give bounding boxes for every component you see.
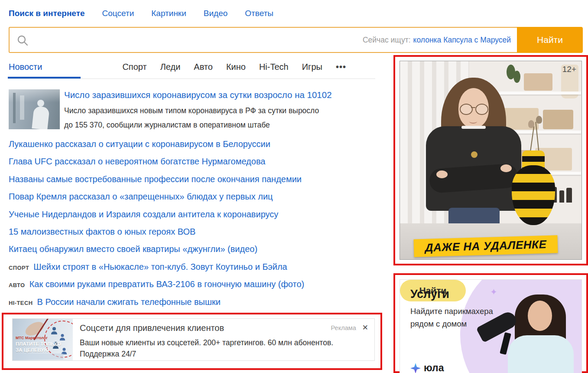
lead-news-thumbnail[interactable] [9,89,60,129]
inline-ad-title[interactable]: Соцсети для привлечения клиентов [80,323,367,333]
medic-figure-shape [37,100,44,107]
search-bar: Сейчас ищут: колонка Капсула с Марусей Н… [9,27,583,53]
news-link-text: Ученые Нидерландов и Израиля создали ант… [9,209,278,219]
news-link[interactable]: hi-techВ России начали сжигать телефонны… [9,293,375,311]
dried-flower-shape [536,116,542,124]
news-tab[interactable]: Hi-Tech [259,62,289,72]
portal-page: { "nav": { "items": [ {"label": "Поиск в… [0,0,588,373]
news-link-text: Названы самые востребованные профессии п… [9,174,302,184]
top-nav: Поиск в интернетеСоцсетиКартинкиВидеоОтв… [9,9,273,18]
top-nav-link[interactable]: Картинки [151,9,186,18]
hospital-equipment-shape [13,93,16,123]
dried-flower-shape [528,120,534,128]
close-icon[interactable]: ✕ [362,323,368,332]
news-link[interactable]: Ученые Нидерландов и Израиля создали ант… [9,206,375,223]
yula-star-icon [410,363,421,373]
news-tab[interactable]: Леди [160,62,181,72]
search-suggestion: Сейчас ищут: колонка Капсула с Марусей [363,28,511,52]
news-link-text: Шейхи строят в «Ньюкасле» топ-клуб. Зову… [33,262,287,272]
yula-brand-text: юла [424,362,444,373]
basket-shape [543,110,573,129]
search-input[interactable]: Сейчас ищут: колонка Капсула с Марусей [9,27,517,53]
news-link-text: 15 малоизвестных фактов о юных героях ВО… [9,227,195,236]
ad-thumb-slogan-line2: ЗА ЦЕЛЕВУЮ [16,347,49,353]
top-nav-link[interactable]: Видео [204,9,228,18]
news-link[interactable]: 15 малоизвестных фактов о юных героях ВО… [9,223,375,240]
services-ad[interactable]: ✦ Услуги Найдите парикмахера рядом с дом… [400,279,582,373]
hospital-equipment-shape [20,95,24,120]
cut-text-decoration [16,353,63,360]
news-link[interactable]: Названы самые востребованные профессии п… [9,170,375,188]
collar-shape [461,126,486,129]
woman-face-shape [528,301,552,331]
glasses-shape [460,104,473,115]
person-icon [51,327,58,334]
news-link-text: Повар Кремля рассказал о «запрещенных» б… [9,192,273,201]
thumbnail-light [9,89,60,102]
news-tab[interactable]: Спорт [122,62,146,72]
news-tab[interactable]: Авто [194,62,213,72]
search-icon [16,34,29,46]
news-link-text: Лукашенко рассказал о ситуации с коронав… [9,139,270,149]
news-tabs: НовостиСпортЛедиАвтоКиноHi-TechИгры••• [9,62,360,72]
services-title: Услуги [410,288,449,301]
news-link[interactable]: спортШейхи строят в «Ньюкасле» топ-клуб.… [9,258,375,275]
glasses-shape [471,107,475,108]
top-nav-link[interactable]: Соцсети [102,9,134,18]
ad-thumb-brand: МТС Маркетолог [16,336,48,340]
person-icon [59,334,65,340]
news-link[interactable]: Повар Кремля рассказал о «запрещенных» б… [9,188,375,205]
medic-figure-shape [32,106,49,129]
lead-news-summary: Число заразившихся новым типом коронавир… [64,104,329,132]
shelf-shape [499,92,581,95]
news-link-text: Китаец обнаружил вместо своей квартиры «… [9,244,257,254]
age-rating-badge: 12+ [562,65,576,74]
top-nav-link[interactable]: Поиск в интернете [9,9,85,18]
news-tab[interactable]: Игры [302,62,322,72]
glasses-shape [475,104,488,115]
sparkle-icon: ✦ [490,287,497,297]
hand-shape [436,170,448,178]
news-link-text: Глава UFC рассказал о невероятном богатс… [9,157,265,166]
services-subtitle-line1: Найдите парикмахера [410,307,493,316]
basket-shape [524,73,552,91]
ad-thumbnail[interactable]: МТС Маркетолог ПЛАТИТЕ ТОЛЬКО ЗА ЦЕЛЕВУЮ [13,319,73,360]
lead-news-title[interactable]: Число заразившихся коронавирусом за сутк… [64,90,367,100]
inline-ad-text: Ваши новые клиенты из соцсетей. 200+ тар… [80,337,340,360]
news-link[interactable]: Китаец обнаружил вместо своей квартиры «… [9,240,375,258]
news-tab[interactable]: ••• [336,62,346,72]
news-link-text: В России начали сжигать телефонные вышки [37,297,221,307]
news-tab[interactable]: Кино [226,62,246,72]
news-link[interactable]: Глава UFC рассказал о невероятном богатс… [9,153,375,170]
news-category-label: авто [9,282,25,288]
plant-shape [513,71,520,83]
news-category-label: спорт [9,265,29,271]
inline-ad[interactable]: МТС Маркетолог ПЛАТИТЕ ТОЛЬКО ЗА ЦЕЛЕВУЮ… [12,318,375,361]
news-link[interactable]: Лукашенко рассказал о ситуации с коронав… [9,135,375,153]
tabs-divider [8,79,375,79]
search-button[interactable]: Найти [517,27,583,53]
news-tab[interactable]: Новости [9,62,42,72]
news-list: Лукашенко рассказал о ситуации с коронав… [9,135,375,311]
hand-shape [500,164,512,172]
ad-label: Реклама [331,324,356,331]
news-link[interactable]: автоКак своими руками превратить ВАЗ-210… [9,275,375,293]
pendant-shape [471,151,478,158]
inline-ad-body: Соцсети для привлечения клиентов Реклама… [73,319,374,360]
smile-shape [469,119,477,124]
banner-ad[interactable]: 12+ ДАЖЕ НА УДАЛЕНКЕ [400,61,582,260]
services-subtitle-line2: рядом с домом [410,319,467,329]
search-suggestion-link[interactable]: колонка Капсула с Марусей [413,36,511,45]
bottle-shape [566,188,572,203]
bottle-shape [559,190,564,203]
yula-brand: юла [410,362,444,373]
news-category-label: hi-tech [9,300,33,306]
ad-thumb-slogan-line1: ПЛАТИТЕ ТОЛЬКО [16,341,61,347]
news-link-text: Как своими руками превратить ВАЗ-2106 в … [29,279,305,289]
top-nav-link[interactable]: Ответы [245,9,273,18]
search-suggestion-label: Сейчас ищут: [363,36,411,45]
woman-body-shape [508,335,574,373]
